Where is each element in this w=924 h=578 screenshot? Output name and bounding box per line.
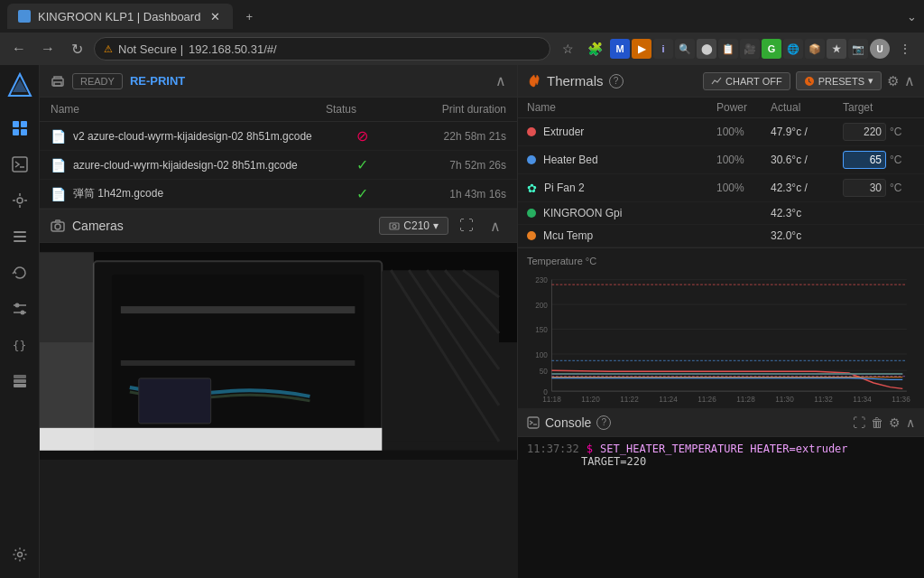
thermal-name-text: Pi Fan 2 [544, 182, 585, 194]
reload-button[interactable]: ↻ [65, 37, 88, 61]
console-title: Console ? [527, 415, 611, 430]
bookmark-button[interactable]: ☆ [556, 37, 579, 61]
new-tab-button[interactable]: + [236, 4, 262, 29]
ext-icon-5[interactable]: ⬤ [697, 39, 716, 59]
ext-icon-7[interactable]: 🎥 [740, 39, 760, 59]
status-ok-icon: ✓ [356, 185, 368, 202]
forward-button[interactable]: → [36, 37, 60, 61]
target-input-extruder[interactable] [843, 123, 886, 141]
file-status: ⊘ [326, 127, 398, 144]
address-bar[interactable]: ⚠ Not Secure | 192.168.50.31/#/ [94, 37, 550, 61]
ext-icon-9[interactable]: 🌐 [783, 39, 803, 59]
sidebar-item-variables[interactable]: {} [4, 329, 36, 361]
camera-fullscreen-button[interactable]: ⛶ [456, 215, 477, 237]
files-table: Name Status Print duration 📄 v2 azure-cl… [40, 98, 517, 209]
ext-icon-2[interactable]: ▶ [632, 39, 651, 59]
ext-icon-1[interactable]: M [610, 39, 630, 59]
thermals-panel: Thermals ? CHART OFF [518, 65, 924, 408]
ext-icon-4[interactable]: 🔍 [675, 39, 695, 59]
reprint-button[interactable]: RE-PRINT [130, 74, 185, 88]
ext-icon-12[interactable]: 📷 [848, 39, 868, 59]
camera-actions: C210 ▾ ⛶ ∧ [379, 215, 506, 237]
ext-icon-8[interactable]: G [762, 39, 781, 59]
camera-panel-collapse[interactable]: ∧ [485, 215, 506, 237]
svg-point-19 [17, 553, 22, 557]
svg-point-23 [55, 224, 60, 229]
thermal-row: Heater Bed 100% 30.6°c / °C [518, 146, 924, 174]
sidebar-item-layers[interactable] [4, 365, 36, 397]
extensions-button[interactable]: 🧩 [583, 37, 606, 61]
fan-icon: ✿ [527, 182, 537, 195]
profile-avatar[interactable]: U [870, 39, 890, 59]
ext-icon-11[interactable]: ★ [827, 39, 846, 59]
file-icon: 📄 [51, 187, 66, 201]
ext-icon-3[interactable]: i [653, 39, 673, 59]
camera-title: Cameras [51, 219, 124, 233]
sidebar-item-settings[interactable] [4, 538, 36, 571]
status-error-icon: ⊘ [356, 127, 368, 144]
tab-close-button[interactable]: ✕ [208, 9, 222, 23]
thermal-row: KINGROON Gpi 42.3°c [518, 202, 924, 225]
console-trash-button[interactable]: 🗑 [871, 415, 883, 430]
camera-model-label: C210 [403, 219, 430, 232]
menu-button[interactable]: ⋮ [893, 37, 917, 61]
chart-icon [711, 76, 722, 87]
presets-dropdown-icon: ▾ [868, 75, 873, 87]
file-name: 📄 v2 azure-cloud-wyrm-kijaidesign-02 8h5… [51, 129, 326, 144]
thermals-actions: CHART OFF PRESETS ▾ ⚙ ∧ [703, 71, 915, 90]
lock-icon: ⚠ [104, 43, 113, 55]
thermal-name: KINGROON Gpi [527, 207, 716, 219]
thermals-panel-collapse[interactable]: ∧ [904, 72, 915, 89]
file-row[interactable]: 📄 v2 azure-cloud-wyrm-kijaidesign-02 8h5… [40, 122, 517, 151]
svg-text:11:22: 11:22 [620, 396, 639, 404]
svg-point-8 [17, 198, 23, 203]
svg-text:11:30: 11:30 [775, 396, 794, 404]
sidebar-item-history[interactable] [4, 220, 36, 253]
sidebar-item-dashboard[interactable] [4, 112, 36, 144]
thermal-actual: 42.3°c [771, 207, 843, 219]
console-expand-button[interactable]: ⛶ [853, 415, 865, 430]
thermal-actual: 30.6°c / [771, 154, 843, 166]
svg-rect-30 [121, 306, 356, 313]
target-input-pi_fan_2[interactable] [843, 179, 886, 197]
ext-icon-6[interactable]: 📋 [718, 39, 738, 59]
files-panel-collapse[interactable]: ∧ [495, 72, 506, 89]
thermals-help-icon[interactable]: ? [609, 74, 624, 89]
status-ready-badge: READY [72, 73, 123, 89]
presets-button[interactable]: PRESETS ▾ [796, 71, 882, 90]
thermals-gear-button[interactable]: ⚙ [887, 73, 899, 89]
thermals-table: Name Power Actual Target Extruder 100% 4… [518, 98, 924, 247]
sidebar-item-refresh[interactable] [4, 256, 36, 289]
file-icon: 📄 [51, 158, 66, 172]
svg-text:230: 230 [535, 276, 548, 284]
svg-rect-31 [121, 360, 356, 366]
file-icon: 📄 [51, 129, 66, 144]
thermal-power: 100% [716, 154, 771, 166]
console-help-icon[interactable]: ? [596, 415, 611, 430]
th-target: Target [843, 101, 915, 114]
camera-select-button[interactable]: C210 ▾ [379, 217, 448, 235]
print-icon [51, 74, 65, 89]
thermal-name-text: Mcu Temp [543, 229, 593, 242]
col-duration: Print duration [398, 103, 506, 116]
target-input-heater_bed[interactable] [843, 151, 886, 169]
file-status: ✓ [326, 156, 398, 173]
file-name-text: 弾筒 1h42m.gcode [73, 186, 163, 201]
sidebar-item-sliders[interactable] [4, 293, 36, 325]
console-settings-button[interactable]: ⚙ [889, 415, 901, 430]
console-panel-header: Console ? ⛶ 🗑 ⚙ ∧ [518, 408, 924, 437]
sidebar-item-tune[interactable] [4, 184, 36, 217]
camera-small-icon [389, 220, 400, 231]
ext-icon-10[interactable]: 📦 [805, 39, 825, 59]
file-row[interactable]: 📄 弾筒 1h42m.gcode ✓ 1h 43m 16s [40, 180, 517, 209]
back-button[interactable]: ← [7, 37, 31, 61]
tab-overflow-button[interactable]: ⌄ [907, 10, 917, 23]
camera-title-label: Cameras [72, 219, 124, 233]
chart-off-button[interactable]: CHART OFF [703, 72, 790, 90]
camera-icon [51, 219, 65, 233]
file-row[interactable]: 📄 azure-cloud-wyrm-kijaidesign-02 8h51m.… [40, 151, 517, 180]
sidebar-item-terminal[interactable] [4, 148, 36, 181]
browser-tab-active[interactable]: KINGROON KLP1 | Dashboard ✕ [7, 4, 233, 29]
app-logo [5, 72, 34, 101]
console-collapse-button[interactable]: ∧ [906, 415, 915, 430]
